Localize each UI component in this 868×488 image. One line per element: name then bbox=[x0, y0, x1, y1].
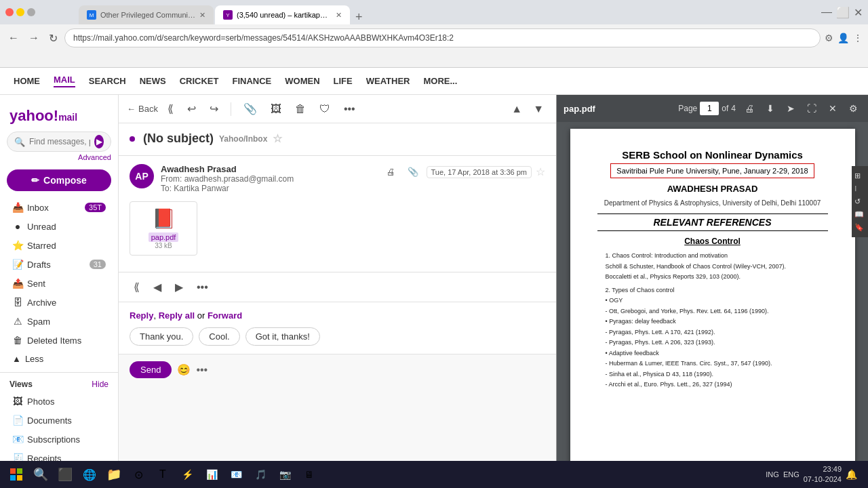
nav-mail[interactable]: MAIL bbox=[54, 75, 75, 87]
sidebar-item-sent[interactable]: 📤 Sent bbox=[3, 274, 115, 293]
more-compose-btn[interactable]: ••• bbox=[196, 364, 208, 376]
nav-weather[interactable]: WEATHER bbox=[366, 76, 410, 86]
new-tab-button[interactable]: + bbox=[351, 10, 367, 24]
pdf-side-icon-3[interactable]: ↺ bbox=[854, 197, 865, 206]
prev-nav-button[interactable]: ▲ bbox=[507, 100, 526, 118]
pdf-page-input[interactable] bbox=[700, 102, 719, 115]
nav-news[interactable]: NEWS bbox=[140, 76, 166, 86]
taskbar-chrome[interactable]: ⊙ bbox=[127, 464, 149, 485]
browser-close-btn[interactable] bbox=[5, 8, 14, 16]
next-email-btn2[interactable]: ▶ bbox=[171, 278, 187, 296]
taskbar-app6[interactable]: 🖥 bbox=[298, 464, 320, 485]
nav-more[interactable]: MORE... bbox=[423, 76, 457, 86]
window-close-icon[interactable]: ✕ bbox=[854, 6, 863, 19]
next-nav-button[interactable]: ▼ bbox=[529, 100, 548, 118]
browser-minimize-btn[interactable] bbox=[16, 8, 24, 16]
tray-notification[interactable]: 🔔 bbox=[846, 469, 857, 480]
taskbar-taskview[interactable]: ⬛ bbox=[54, 464, 76, 485]
delete-button[interactable]: 🗑 bbox=[291, 100, 310, 118]
sidebar-item-inbox[interactable]: 📥 Inbox 35T bbox=[3, 198, 115, 217]
taskbar-app3[interactable]: 📧 bbox=[225, 464, 247, 485]
back-button[interactable]: ← bbox=[5, 29, 22, 47]
nav-finance[interactable]: FINANCE bbox=[232, 76, 271, 86]
window-restore-icon[interactable]: ⬜ bbox=[836, 6, 850, 19]
nav-life[interactable]: LIFE bbox=[334, 76, 353, 86]
nav-women[interactable]: WOMEN bbox=[285, 76, 319, 86]
browser-maximize-btn[interactable] bbox=[27, 8, 35, 16]
quick-reply-1[interactable]: Thank you. bbox=[130, 327, 193, 346]
quick-reply-2[interactable]: Cool. bbox=[199, 327, 239, 346]
sidebar-item-documents[interactable]: 📄 Documents bbox=[3, 411, 115, 430]
print-button[interactable]: 🖨 bbox=[382, 164, 399, 180]
reply-link[interactable]: Reply bbox=[130, 310, 153, 321]
nav-home[interactable]: HOME bbox=[14, 76, 40, 86]
taskbar-app5[interactable]: 📷 bbox=[274, 464, 296, 485]
extensions-icon[interactable]: ⚙ bbox=[825, 33, 833, 43]
taskbar-app4[interactable]: 🎵 bbox=[250, 464, 271, 485]
taskbar-app2[interactable]: 📊 bbox=[201, 464, 222, 485]
pdf-close-btn[interactable]: ✕ bbox=[825, 101, 840, 116]
sidebar-search-submit[interactable]: ▶ bbox=[94, 135, 104, 148]
more-actions-button[interactable]: ••• bbox=[340, 100, 359, 118]
star-icon[interactable]: ☆ bbox=[273, 132, 282, 145]
email-star-btn[interactable]: ☆ bbox=[536, 165, 545, 178]
sidebar-item-starred[interactable]: ⭐ Starred bbox=[3, 236, 115, 255]
taskbar-edge[interactable]: 🌐 bbox=[79, 464, 100, 485]
attachment-thumbnail[interactable]: 📕 pap.pdf 33 kB bbox=[130, 201, 197, 256]
profile-icon[interactable]: 👤 bbox=[837, 33, 849, 43]
forward-button[interactable]: → bbox=[26, 29, 42, 47]
forward-link[interactable]: Forward bbox=[208, 310, 242, 321]
emoji-btn[interactable]: 😊 bbox=[177, 363, 191, 376]
reload-button[interactable]: ↻ bbox=[46, 29, 60, 47]
reply-all-link[interactable]: Reply all bbox=[159, 310, 195, 321]
advanced-search-link[interactable]: Advanced bbox=[7, 153, 111, 161]
first-email-btn[interactable]: ⟪ bbox=[130, 278, 144, 296]
quick-reply-3[interactable]: Got it, thanks! bbox=[245, 327, 320, 346]
forward-toolbar-button[interactable]: ↪ bbox=[205, 100, 222, 118]
sidebar-item-archive[interactable]: 🗄 Archive bbox=[3, 293, 115, 312]
sidebar-item-spam[interactable]: ⚠ Spam bbox=[3, 312, 115, 331]
attachment-btn[interactable]: 📎 bbox=[403, 164, 422, 180]
sidebar-item-deleted[interactable]: 🗑 Deleted Items bbox=[3, 331, 115, 350]
image-button[interactable]: 🖼 bbox=[267, 100, 285, 118]
taskbar-teams[interactable]: T bbox=[152, 464, 174, 485]
nav-search[interactable]: SEARCH bbox=[89, 76, 126, 86]
pdf-download-btn[interactable]: ⬇ bbox=[763, 101, 778, 116]
pdf-side-icon-5[interactable]: 🔖 bbox=[854, 223, 865, 232]
back-to-list-button[interactable]: ← Back bbox=[127, 104, 158, 114]
address-bar[interactable]: https://mail.yahoo.com/d/search/keyword=… bbox=[64, 28, 821, 47]
prev-email-btn2[interactable]: ◀ bbox=[149, 278, 165, 296]
shield-button[interactable]: 🛡 bbox=[315, 100, 334, 118]
sidebar-item-subscriptions[interactable]: 📧 Subscriptions bbox=[3, 430, 115, 449]
attach-button[interactable]: 📎 bbox=[239, 100, 261, 118]
compose-button[interactable]: ✏ Compose bbox=[7, 169, 111, 191]
sidebar-item-drafts[interactable]: 📝 Drafts 31 bbox=[3, 255, 115, 274]
browser-tab-1[interactable]: M Other Privileged Communication... ✕ bbox=[79, 5, 214, 24]
tab-close-1[interactable]: ✕ bbox=[199, 11, 205, 20]
pdf-side-icon-4[interactable]: 📖 bbox=[854, 210, 865, 219]
pdf-print-btn[interactable]: 🖨 bbox=[741, 101, 757, 116]
hide-views-btn[interactable]: Hide bbox=[92, 380, 108, 389]
sidebar-item-unread[interactable]: ● Unread bbox=[3, 217, 115, 236]
tab-close-2[interactable]: ✕ bbox=[336, 11, 342, 20]
pdf-share-btn[interactable]: ➤ bbox=[783, 101, 798, 116]
sidebar-item-less[interactable]: ▲ Less bbox=[3, 350, 115, 368]
prev-email-button[interactable]: ⟪ bbox=[163, 100, 178, 118]
browser-tab-2[interactable]: Y (3,540 unread) – kartikapanwar@... ✕ bbox=[215, 5, 350, 24]
pdf-fullscreen-btn[interactable]: ⛶ bbox=[804, 101, 820, 116]
window-minimize-icon[interactable]: — bbox=[821, 6, 832, 19]
reply-toolbar-button[interactable]: ↩ bbox=[183, 100, 200, 118]
start-button[interactable] bbox=[5, 464, 27, 485]
pdf-settings-btn[interactable]: ⚙ bbox=[846, 101, 861, 116]
sidebar-item-photos[interactable]: 🖼 Photos bbox=[3, 392, 115, 411]
taskbar-search[interactable]: 🔍 bbox=[30, 464, 52, 485]
nav-cricket[interactable]: CRICKET bbox=[180, 76, 219, 86]
pdf-side-icon-1[interactable]: ⊞ bbox=[854, 171, 865, 180]
more-btn2[interactable]: ••• bbox=[193, 279, 212, 296]
send-button[interactable]: Send bbox=[130, 361, 172, 378]
sidebar-search-input[interactable] bbox=[29, 137, 90, 146]
pdf-side-icon-2[interactable]: ⁞ bbox=[854, 184, 865, 193]
taskbar-explorer[interactable]: 📁 bbox=[103, 464, 125, 485]
taskbar-app1[interactable]: ⚡ bbox=[176, 464, 198, 485]
menu-icon[interactable]: ⋮ bbox=[853, 33, 863, 43]
